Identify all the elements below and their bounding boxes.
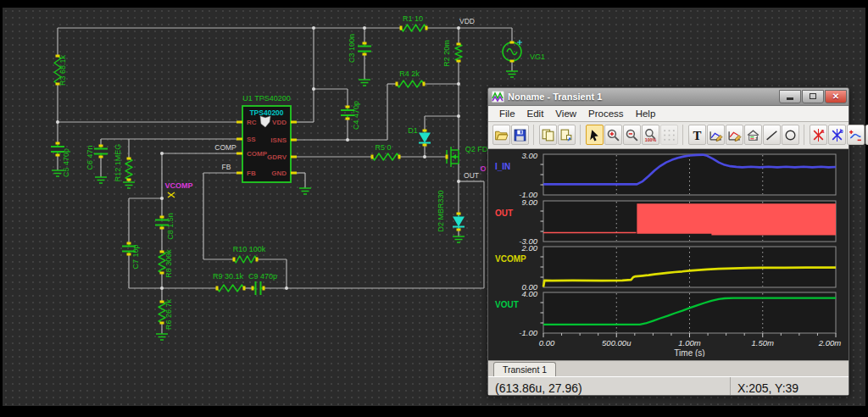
svg-text:b: b xyxy=(839,128,843,134)
xtick-1.00m: 1.00m xyxy=(678,338,700,348)
toolbar-group xyxy=(538,125,581,145)
label-fb[interactable]: FB xyxy=(222,163,231,171)
close-icon: ✕ xyxy=(832,92,839,101)
legend-pen-a-button[interactable] xyxy=(707,125,725,145)
junction-dot xyxy=(160,152,164,155)
cursor-a-button[interactable]: a xyxy=(810,125,827,145)
junction-dot xyxy=(56,120,59,124)
chip-ref-label: U1 TPS40200 xyxy=(242,94,290,103)
label-c6-47n[interactable]: C6 47n xyxy=(86,145,94,170)
ytick-top-VOUT: 4.00 xyxy=(522,289,538,298)
menu-help[interactable]: Help xyxy=(630,107,662,120)
label-vg1[interactable]: VG1 xyxy=(530,53,545,61)
label-c9-470p[interactable]: C9 470p xyxy=(248,272,277,281)
label-r3-68.1k[interactable]: R3 68.1k xyxy=(58,54,67,86)
label-comp[interactable]: COMP xyxy=(214,143,236,152)
ytick-bottom-VOUT: -1.00 xyxy=(519,328,537,337)
open-file-button[interactable] xyxy=(492,125,510,145)
junction-dot xyxy=(312,26,315,30)
window-title: Noname - Transient 1 xyxy=(508,92,778,102)
svg-text:100%: 100% xyxy=(644,137,656,142)
label-r8-300k[interactable]: R8 300k xyxy=(164,249,173,278)
cursor-select-button[interactable] xyxy=(586,125,604,145)
label-c7-10p[interactable]: C7 10p xyxy=(131,244,140,269)
toolbar-group: ab xyxy=(809,125,868,145)
zoom-100-icon: 100% xyxy=(643,128,658,142)
post-process-curves-button[interactable] xyxy=(865,125,868,145)
zoom-in-button[interactable] xyxy=(604,125,622,145)
app-waveform-icon xyxy=(492,91,504,103)
pin-gnd: GND xyxy=(271,170,287,177)
cursor-b-button[interactable]: b xyxy=(828,125,846,145)
pwm-fill-OUT xyxy=(637,203,836,235)
pin-fb: FB xyxy=(247,170,256,177)
zoom-100-button[interactable]: 100% xyxy=(642,125,659,145)
plot-panel[interactable]: 3.00-1.00I_IN9.00-3.00OUT2.000.00VCOMP4.… xyxy=(488,149,849,360)
menu-view[interactable]: View xyxy=(549,107,582,120)
label-c8-1.5n[interactable]: C8 1.5n xyxy=(166,213,175,240)
screenshot-root: { "window": { "title": "Noname - Transie… xyxy=(0,0,868,417)
menu-edit[interactable]: Edit xyxy=(521,107,550,120)
tab-row: Transient 1 xyxy=(488,360,849,377)
vcomp-probe-pin[interactable] xyxy=(168,192,175,197)
ellipse-tool-button[interactable] xyxy=(782,125,799,145)
legend-pen-b-icon xyxy=(727,128,742,142)
add-remove-curve-button[interactable] xyxy=(847,125,865,145)
signal-label-VOUT: VOUT xyxy=(495,300,519,309)
junction-dot xyxy=(457,82,460,86)
label-out[interactable]: OUT xyxy=(464,171,479,180)
close-button[interactable]: ✕ xyxy=(825,90,847,103)
save-file-button[interactable] xyxy=(511,125,529,145)
copy-button[interactable] xyxy=(539,125,557,145)
tab-transient-1[interactable]: Transient 1 xyxy=(493,362,556,376)
label-r5-0[interactable]: R5 0 xyxy=(375,143,391,152)
cursor-a-icon: a xyxy=(811,128,826,142)
label-q2-fd[interactable]: Q2 FD xyxy=(465,145,488,153)
legend-pen-b-button[interactable] xyxy=(726,125,743,145)
label-d1[interactable]: D1 xyxy=(408,126,418,135)
zoom-out-button[interactable] xyxy=(623,125,641,145)
axis-legend-button[interactable]: z xyxy=(744,125,762,145)
paste-button[interactable] xyxy=(558,125,576,145)
zoom-in-icon xyxy=(606,128,620,142)
menu-file[interactable]: File xyxy=(493,107,521,120)
label-vcomp[interactable]: VCOMP xyxy=(164,181,192,190)
grid-button[interactable] xyxy=(660,125,678,145)
transient-plots[interactable]: 3.00-1.00I_IN9.00-3.00OUT2.000.00VCOMP4.… xyxy=(488,149,850,357)
axis-legend-icon: z xyxy=(746,128,760,142)
pin-gdrv: GDRV xyxy=(267,153,287,161)
label-d2-mbr330[interactable]: D2 MBR330 xyxy=(437,190,445,231)
grid-icon xyxy=(662,128,676,142)
add-remove-curve-icon xyxy=(849,128,863,142)
label-r4-2k[interactable]: R4 2k xyxy=(399,70,420,78)
label-r10-100k[interactable]: R10 100k xyxy=(233,245,266,253)
cursor-select-icon xyxy=(587,128,602,142)
label-c4-470p[interactable]: C4 470p xyxy=(352,101,360,130)
minimize-button[interactable] xyxy=(779,90,801,103)
cursor-coordinates: (613.86u, 27.96) xyxy=(488,377,731,395)
ytick-top-VCOMP: 2.00 xyxy=(521,243,538,253)
label-r12-1meg[interactable]: R12 1MEG xyxy=(114,144,122,182)
label-c3-100n[interactable]: C3 100n xyxy=(348,34,356,63)
label-r1-10[interactable]: R1 10 xyxy=(403,14,423,23)
maximize-button[interactable] xyxy=(802,90,824,103)
toolbar: 100%Tzab xyxy=(488,122,849,149)
line-tool-icon xyxy=(765,128,779,142)
label-r9-30.1k[interactable]: R9 30.1k xyxy=(213,272,244,281)
pin-vdd: VDD xyxy=(272,119,287,126)
line-tool-button[interactable] xyxy=(763,125,781,145)
label-o[interactable]: O xyxy=(480,164,486,173)
toolbar-group: 100% xyxy=(585,125,683,145)
label-c5-470p[interactable]: C5 470p xyxy=(62,148,70,177)
label-r2-20m[interactable]: R2 20m xyxy=(442,40,451,67)
zoom-out-icon xyxy=(625,128,639,142)
title-bar[interactable]: Noname - Transient 1 ✕ xyxy=(488,88,849,106)
pin-isns: ISNS xyxy=(270,136,287,144)
label-vdd[interactable]: VDD xyxy=(459,17,475,25)
menu-process[interactable]: Process xyxy=(582,107,630,120)
label-r6-26.7k[interactable]: R6 26.7k xyxy=(164,298,173,330)
transient-window[interactable]: Noname - Transient 1 ✕ FileEditViewProce… xyxy=(487,87,849,396)
text-tool-icon: T xyxy=(690,128,704,142)
text-tool-button[interactable]: T xyxy=(688,125,706,145)
toolbar-group xyxy=(492,125,534,145)
